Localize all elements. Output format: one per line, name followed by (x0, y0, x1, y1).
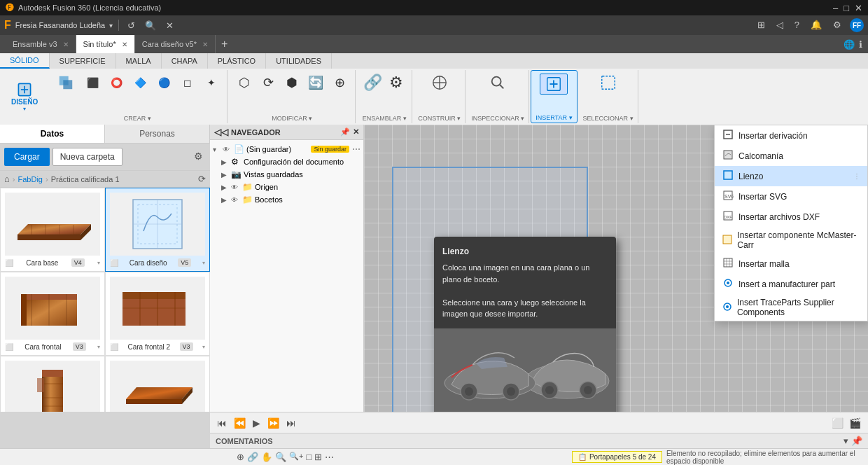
thumb-cara-frontal-2[interactable]: ⬜ Cara frontal 2 V3 ▾ (105, 272, 210, 356)
dd-calcomania[interactable]: Calcomanía (715, 146, 867, 166)
crear-small-5[interactable]: ◻ (176, 73, 199, 92)
panel-tab-personas[interactable]: Personas (105, 125, 210, 143)
dd-manufacturer-part[interactable]: Insert a manufacturer part (715, 274, 867, 294)
sb-icon-crosshair[interactable]: ⊕ (237, 452, 244, 462)
nav-pin-icon[interactable]: 📌 (340, 127, 350, 137)
nav-bocetos-eye[interactable]: 👁 (231, 196, 241, 204)
nav-root[interactable]: ▾ 👁 📄 (Sin guardar) Sin guardar ⋯ (210, 143, 363, 155)
cara-diseno-version[interactable]: V5 (178, 258, 191, 267)
nav-vistas[interactable]: ▶ 📷 Vistas guardadas (210, 168, 363, 181)
nav-config-doc[interactable]: ▶ ⚙ Configuración del documento (210, 155, 363, 168)
modificar-btn-4[interactable]: 🔄 (304, 73, 327, 92)
cara-base-version[interactable]: V4 (71, 258, 85, 267)
crear-button-main[interactable] (52, 73, 80, 92)
modificar-btn-2[interactable]: ⟳ (257, 73, 279, 92)
media-next-button[interactable]: ⏩ (266, 416, 281, 430)
tab-sin-titulo-close[interactable]: ✕ (122, 41, 127, 48)
dd-mcmaster[interactable]: Insertar componente McMaster-Carr (715, 227, 867, 254)
grid-view-icon[interactable]: ⊞ (755, 18, 768, 32)
media-end-button[interactable]: ⏭ (285, 416, 298, 430)
user-avatar[interactable]: FF (850, 18, 864, 32)
maximize-button[interactable]: □ (844, 3, 849, 13)
sb-icon-zoom[interactable]: 🔍 (275, 452, 286, 462)
title-controls[interactable]: – □ ✕ (833, 3, 862, 13)
thumb-cara-diseno[interactable]: ⬜ Cara diseño V5 ▾ (105, 188, 210, 272)
close-panel-icon[interactable]: ✕ (163, 19, 176, 32)
ribbon-tab-malla[interactable]: MALLA (116, 53, 162, 69)
sb-icon-hand[interactable]: ✋ (261, 452, 272, 462)
tab-sin-titulo[interactable]: Sin título* ✕ (76, 35, 135, 53)
cara-frontal-version[interactable]: V3 (73, 342, 86, 351)
crear-small-4[interactable]: 🔵 (153, 73, 175, 92)
nav-origen-eye[interactable]: 👁 (231, 183, 241, 191)
bc-fabdig[interactable]: FabDig (18, 175, 43, 183)
nav-collapse-icon[interactable]: ◁◁ (214, 127, 228, 137)
dd-insertar-dxf[interactable]: DXF Insertar archivos DXF (715, 207, 867, 227)
dd-lienzo[interactable]: Lienzo ⋮ (715, 166, 867, 186)
new-tab-button[interactable]: + (216, 38, 233, 50)
sb-icon-more[interactable]: ⋯ (325, 452, 334, 462)
crear-small-6[interactable]: ✦ (200, 73, 223, 92)
settings-icon[interactable]: ⚙ (830, 18, 844, 32)
ribbon-tab-plastico[interactable]: PLÁSTICO (208, 53, 266, 69)
tab-cara-diseno-close[interactable]: ✕ (202, 41, 208, 48)
tab-cara-diseno[interactable]: Cara diseño v5* ✕ (135, 35, 216, 53)
thumb-cara-superior[interactable]: ⬜ Cara superior V2 ▾ (105, 356, 210, 412)
refresh-icon[interactable]: ⟳ (198, 174, 206, 184)
notification-icon[interactable]: 🔔 (808, 18, 825, 32)
cargar-button[interactable]: Cargar (4, 148, 50, 166)
sb-icon-grid[interactable]: ⊞ (314, 452, 322, 462)
construir-btn-1[interactable] (426, 73, 454, 92)
ribbon-tab-superficie[interactable]: SUPERFICIE (50, 53, 116, 69)
ribbon-tab-solido[interactable]: SÓLIDO (0, 53, 50, 69)
thumb-cara-frontal[interactable]: ⬜ Cara frontal V3 ▾ (0, 272, 105, 356)
close-button[interactable]: ✕ (855, 3, 862, 13)
seleccionar-btn-1[interactable] (594, 73, 622, 92)
modificar-btn-1[interactable]: ⬡ (233, 73, 255, 92)
insertar-label[interactable]: INSERTAR ▾ (536, 114, 572, 123)
tab-info-icon[interactable]: ℹ (859, 39, 862, 50)
panel-tab-datos[interactable]: Datos (0, 125, 105, 143)
comments-collapse-icon[interactable]: ▾ (844, 436, 848, 446)
help-icon[interactable]: ? (792, 18, 802, 32)
crear-small-1[interactable]: ⬛ (81, 73, 104, 92)
nav-left-icon[interactable]: ◁ (774, 18, 786, 32)
ribbon-design-button[interactable]: DISEÑO ▾ (8, 80, 41, 113)
search-icon[interactable]: 🔍 (142, 19, 159, 32)
media-prev-button[interactable]: ⏪ (232, 416, 247, 430)
ribbon-tab-chapa[interactable]: CHAPA (162, 53, 208, 69)
inspeccionar-btn-1[interactable] (484, 73, 512, 92)
media-icon-2[interactable]: 🎬 (848, 416, 862, 430)
ensamblar-btn-2[interactable]: ⚙ (385, 73, 407, 92)
nueva-carpeta-button[interactable]: Nueva carpeta (52, 148, 122, 166)
minimize-button[interactable]: – (833, 3, 838, 13)
user-name[interactable]: Fresia Fasanando Ludeña (15, 21, 105, 29)
media-start-button[interactable]: ⏮ (216, 416, 228, 430)
modificar-btn-5[interactable]: ⊕ (328, 73, 351, 92)
thumb-cara-lateral[interactable]: ⬜ Cara lateral V2 ▾ (0, 356, 105, 412)
thumb-cara-base[interactable]: ⬜ Cara base V4 ▾ (0, 188, 105, 272)
insertar-btn-main[interactable] (540, 74, 568, 95)
nav-origen[interactable]: ▶ 👁 📁 Origen (210, 181, 363, 193)
nav-root-more[interactable]: ⋯ (352, 144, 360, 154)
sb-icon-link[interactable]: 🔗 (247, 452, 258, 462)
refresh-icon[interactable]: ↺ (125, 19, 138, 32)
ensamblar-btn-1[interactable]: 🔗 (361, 73, 384, 92)
media-play-button[interactable]: ▶ (251, 416, 262, 430)
tab-ensamble[interactable]: Ensamble v3 ✕ (6, 35, 76, 53)
dd-traceparts[interactable]: Insert TraceParts Supplier Components (715, 294, 867, 321)
nav-root-eye[interactable]: 👁 (223, 146, 232, 153)
tab-ensamble-close[interactable]: ✕ (63, 41, 69, 48)
canvas-area[interactable]: Lienzo Coloca una imagen en una cara pla… (364, 125, 868, 412)
dd-insertar-malla[interactable]: Insertar malla (715, 254, 867, 274)
tab-globe-icon[interactable]: 🌐 (844, 39, 855, 50)
clipboard-badge[interactable]: 📋 Portapapeles 5 de 24 (572, 451, 662, 463)
modificar-btn-3[interactable]: ⬢ (281, 73, 303, 92)
comments-pin-icon[interactable]: 📌 (851, 436, 862, 446)
ribbon-tab-utilidades[interactable]: UTILIDADES (266, 53, 332, 69)
crear-small-3[interactable]: 🔷 (129, 73, 151, 92)
settings-icon[interactable]: ⚙ (191, 148, 206, 166)
dd-insertar-svg[interactable]: SVG Insertar SVG (715, 186, 867, 207)
sb-icon-rect[interactable]: □ (306, 452, 312, 462)
sb-icon-zoom-plus[interactable]: 🔍+ (289, 452, 303, 462)
